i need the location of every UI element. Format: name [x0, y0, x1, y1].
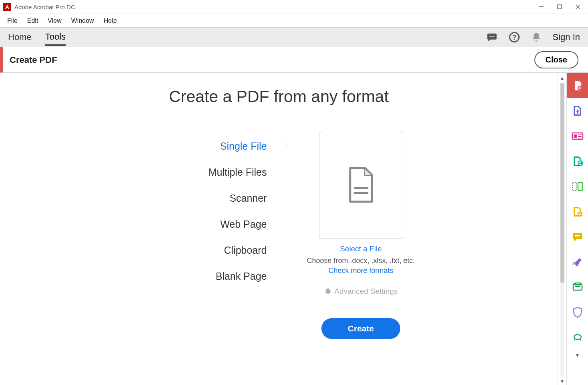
side-tools-panel: ▼: [566, 73, 588, 385]
protect-tool[interactable]: [567, 300, 588, 325]
scroll-down-icon[interactable]: ▼: [560, 378, 565, 385]
advanced-settings-label: Advanced Settings: [334, 287, 397, 296]
more-tools[interactable]: [567, 325, 588, 350]
source-web-page[interactable]: Web Page: [131, 211, 267, 237]
scrollbar[interactable]: ▲ ▼: [558, 73, 566, 385]
window-minimize-button[interactable]: [537, 2, 546, 11]
subbar-title: Create PDF: [10, 55, 57, 65]
file-dropzone[interactable]: [319, 131, 403, 239]
top-nav: Home Tools ? Sign In: [0, 28, 588, 47]
window-titlebar: Adobe Acrobat Pro DC: [0, 0, 588, 14]
tab-home[interactable]: Home: [8, 30, 32, 45]
help-icon[interactable]: ?: [509, 32, 520, 43]
subbar-accent: [0, 47, 3, 72]
combine-files-tool[interactable]: [567, 98, 588, 123]
export-pdf-tool[interactable]: [567, 148, 588, 174]
notifications-icon[interactable]: [531, 32, 542, 42]
window-title: Adobe Acrobat Pro DC: [14, 4, 537, 10]
compare-files-tool[interactable]: [567, 199, 588, 224]
svg-text:?: ?: [512, 34, 516, 41]
svg-point-2: [489, 36, 490, 37]
comment-tool[interactable]: [567, 224, 588, 249]
advanced-settings-link[interactable]: Advanced Settings: [324, 287, 397, 296]
window-maximize-button[interactable]: [555, 2, 564, 11]
fill-sign-tool[interactable]: [567, 249, 588, 275]
menubar: File Edit View Window Help: [0, 14, 588, 28]
select-file-link[interactable]: Select a File: [295, 245, 427, 253]
source-scanner[interactable]: Scanner: [131, 185, 267, 211]
organize-pages-tool[interactable]: [567, 174, 588, 199]
acrobat-logo-icon: [3, 3, 11, 11]
svg-rect-11: [574, 134, 577, 138]
svg-rect-25: [575, 286, 580, 287]
tab-tools[interactable]: Tools: [45, 29, 66, 46]
menu-help[interactable]: Help: [99, 16, 122, 26]
source-list: Single File Multiple Files Scanner Web P…: [131, 131, 267, 339]
svg-rect-24: [575, 283, 580, 285]
chat-icon[interactable]: [486, 32, 498, 43]
source-blank-page[interactable]: Blank Page: [131, 263, 267, 289]
svg-point-3: [491, 36, 492, 37]
scroll-track[interactable]: [560, 83, 564, 377]
svg-point-4: [493, 36, 494, 37]
scroll-up-icon[interactable]: ▲: [560, 74, 565, 82]
create-button[interactable]: Create: [321, 318, 400, 339]
menu-view[interactable]: View: [43, 16, 66, 26]
document-icon: [345, 166, 377, 204]
choose-hint: Choose from .docx, .xlsx, .txt, etc.: [295, 257, 427, 265]
edit-pdf-tool[interactable]: [567, 123, 588, 148]
window-close-button[interactable]: [574, 2, 582, 11]
menu-file[interactable]: File: [2, 16, 22, 26]
content-area: Create a PDF from any format Single File…: [0, 73, 558, 385]
source-single-file[interactable]: Single File: [131, 133, 267, 159]
svg-rect-1: [558, 5, 562, 9]
svg-rect-17: [578, 182, 582, 190]
svg-rect-16: [572, 182, 577, 190]
svg-rect-0: [539, 6, 544, 7]
create-pdf-tool[interactable]: [567, 73, 588, 98]
page-title: Create a PDF from any format: [0, 87, 558, 106]
menu-edit[interactable]: Edit: [22, 16, 43, 26]
check-formats-link[interactable]: Check more formats: [295, 267, 427, 275]
scroll-thumb[interactable]: [560, 83, 564, 283]
sign-in-link[interactable]: Sign In: [553, 32, 580, 42]
scan-ocr-tool[interactable]: [567, 275, 588, 300]
menu-window[interactable]: Window: [66, 16, 99, 26]
select-panel: Select a File Choose from .docx, .xlsx, …: [295, 131, 427, 339]
gear-icon: [324, 288, 331, 295]
close-button[interactable]: Close: [534, 51, 578, 68]
tool-subbar: Create PDF Close: [0, 47, 588, 73]
source-multiple-files[interactable]: Multiple Files: [131, 159, 267, 185]
source-clipboard[interactable]: Clipboard: [131, 237, 267, 263]
svg-rect-18: [578, 212, 582, 217]
expand-tools-icon[interactable]: ▼: [575, 350, 580, 361]
